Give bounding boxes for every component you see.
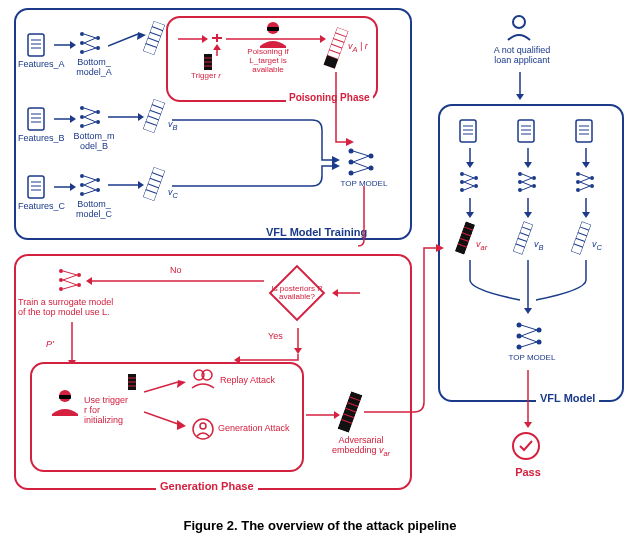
posterior-prime: P': [46, 340, 54, 350]
vc-label: vC: [168, 188, 178, 200]
arrow-right-icon: [54, 182, 76, 192]
svg-point-69: [349, 171, 354, 176]
svg-point-124: [200, 423, 206, 429]
svg-line-34: [84, 117, 96, 122]
model-icon: [78, 172, 102, 198]
svg-line-55: [84, 180, 96, 185]
doc-icon: [516, 118, 538, 144]
person-icon: [504, 12, 534, 42]
model-icon: [516, 170, 538, 194]
pass-label: Pass: [510, 466, 546, 478]
svg-line-14: [84, 48, 96, 52]
svg-point-155: [460, 172, 464, 176]
svg-point-104: [77, 273, 81, 277]
svg-rect-43: [28, 176, 44, 198]
figure-caption: Figure 2. The overview of the attack pip…: [110, 518, 530, 533]
svg-point-71: [369, 166, 374, 171]
svg-line-56: [84, 185, 96, 190]
svg-point-67: [349, 149, 354, 154]
svg-line-73: [353, 156, 369, 162]
svg-line-12: [84, 38, 96, 43]
arrow-right-icon: [108, 112, 144, 122]
svg-rect-114: [59, 395, 71, 399]
arrow-right-icon: [54, 114, 76, 124]
svg-line-107: [63, 275, 77, 280]
svg-point-158: [474, 176, 478, 180]
svg-point-168: [532, 184, 536, 188]
bottom-c-label: Bottom_ model_C: [70, 200, 118, 220]
model-icon: [458, 170, 480, 194]
svg-point-31: [96, 120, 100, 124]
decision-no: No: [170, 266, 182, 276]
svg-line-72: [353, 151, 369, 156]
doc-icon: [26, 174, 48, 200]
svg-rect-0: [28, 34, 44, 56]
poisoning-caption: Poisoning Phase: [286, 92, 373, 103]
features-a-label: Features_A: [18, 60, 58, 70]
doc-icon: [26, 32, 48, 58]
svg-line-179: [580, 178, 590, 182]
svg-line-106: [63, 271, 77, 275]
svg-marker-37: [138, 113, 144, 121]
svg-point-164: [518, 172, 522, 176]
surrogate-text: Train a surrogate model of the top model…: [18, 298, 148, 318]
svg-line-109: [63, 285, 77, 289]
svg-point-159: [474, 184, 478, 188]
decision-diamond: Is posteriors P available?: [256, 252, 338, 334]
arrow-down-icon: [516, 72, 524, 100]
svg-point-174: [576, 180, 580, 184]
svg-marker-26: [70, 115, 76, 123]
svg-marker-59: [138, 181, 144, 189]
svg-line-57: [84, 190, 96, 194]
svg-point-177: [590, 184, 594, 188]
svg-rect-86: [267, 27, 279, 31]
adv-embedding-label: Adversarialembedding var: [318, 436, 404, 458]
trigger-embedding-icon: [204, 54, 212, 70]
trigger-embedding-icon: [128, 374, 136, 390]
svg-point-176: [590, 176, 594, 180]
svg-point-207: [517, 345, 522, 350]
svg-point-53: [96, 188, 100, 192]
vc-right-label: vC: [592, 240, 602, 252]
svg-point-49: [80, 174, 84, 178]
svg-line-75: [353, 168, 369, 173]
trigger-label: Trigger r: [176, 72, 236, 81]
svg-rect-21: [28, 108, 44, 130]
top-model-label: TOP MODEL: [336, 180, 392, 189]
svg-point-8: [80, 50, 84, 54]
svg-line-171: [522, 182, 532, 186]
svg-line-160: [464, 174, 474, 178]
svg-point-52: [96, 178, 100, 182]
svg-point-7: [80, 41, 84, 45]
svg-line-13: [84, 43, 96, 48]
vfl-model-caption: VFL Model: [536, 392, 599, 404]
svg-line-74: [353, 162, 369, 168]
svg-point-166: [518, 188, 522, 192]
svg-point-6: [80, 32, 84, 36]
svg-marker-48: [70, 183, 76, 191]
doc-icon: [26, 106, 48, 132]
top-model-right-label: TOP MODEL: [504, 354, 560, 363]
svg-line-172: [522, 186, 532, 190]
svg-line-54: [84, 176, 96, 180]
svg-point-10: [96, 46, 100, 50]
svg-point-50: [80, 183, 84, 187]
svg-marker-136: [516, 94, 524, 100]
svg-point-134: [513, 16, 525, 28]
svg-point-101: [59, 269, 63, 273]
attacker-icon: [256, 20, 290, 48]
svg-line-212: [521, 336, 537, 342]
svg-line-33: [84, 112, 96, 117]
svg-point-68: [349, 160, 354, 165]
svg-point-28: [80, 115, 84, 119]
svg-line-170: [522, 178, 532, 182]
svg-line-210: [521, 325, 537, 330]
svg-line-181: [580, 186, 590, 190]
svg-point-51: [80, 192, 84, 196]
features-c-label: Features_C: [18, 202, 58, 212]
vfl-training-caption: VFL Model Training: [262, 226, 371, 238]
svg-line-178: [580, 174, 590, 178]
svg-line-161: [464, 178, 474, 182]
model-icon: [78, 30, 102, 56]
svg-point-167: [532, 176, 536, 180]
